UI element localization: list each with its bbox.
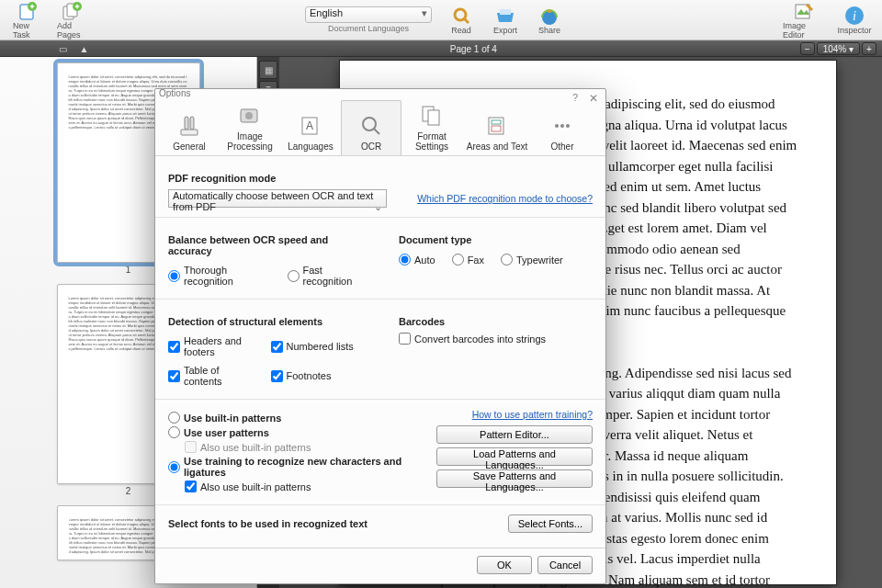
language-sublabel: Document Languages [328, 24, 409, 33]
section-balance: Balance between OCR speed and accuracy [168, 234, 362, 256]
new-task-icon [17, 1, 38, 21]
app-toolbar: New Task Add Pages English▾ Document Lan… [0, 0, 882, 40]
image-editor-button[interactable]: Image Editor [777, 0, 831, 41]
svg-point-15 [245, 112, 253, 119]
detect-numbered-checkbox[interactable]: Numbered lists [271, 335, 363, 357]
dialog-help-icon[interactable]: ? [572, 92, 578, 103]
dialog-close-icon[interactable]: ✕ [589, 92, 598, 105]
options-dialog: Options ? ✕ General Image Processing ALa… [154, 88, 606, 584]
save-patterns-button[interactable]: Save Patterns and Languages... [436, 469, 593, 488]
detect-footnotes-checkbox[interactable]: Footnotes [271, 365, 363, 387]
general-icon [175, 113, 203, 139]
tab-areas-text[interactable]: Areas and Text [462, 100, 532, 155]
pattern-builtin-radio[interactable]: Use built-in patterns [168, 412, 422, 424]
load-patterns-button[interactable]: Load Patterns and Languages... [436, 447, 593, 466]
pattern-editor-button[interactable]: Pattern Editor... [436, 425, 593, 444]
read-button[interactable]: Read [441, 4, 481, 37]
pattern-help-link[interactable]: How to use pattern training? [472, 409, 593, 420]
status-bar: ▭ ▲ Page 1 of 4 − 104% ▾ + [0, 40, 882, 57]
svg-rect-13 [181, 130, 198, 135]
tab-image-processing[interactable]: Image Processing [220, 100, 280, 155]
tab-languages[interactable]: ALanguages [280, 100, 341, 155]
inspector-icon: i [844, 6, 865, 26]
areas-icon [483, 113, 511, 139]
barcodes-checkbox[interactable]: Convert barcodes into strings [399, 333, 593, 345]
new-task-button[interactable]: New Task [7, 0, 48, 41]
svg-point-25 [560, 124, 564, 128]
select-fonts-button[interactable]: Select Fonts... [508, 514, 593, 533]
language-selector-group: English▾ Document Languages [305, 6, 432, 33]
section-barcodes: Barcodes [399, 316, 593, 327]
thumbnails-view-icon[interactable]: ▭ [59, 44, 67, 54]
image-processing-icon [236, 103, 264, 129]
doctype-typewriter-radio[interactable]: Typewriter [501, 254, 563, 266]
pdf-mode-select[interactable]: Automatically choose between OCR and tex… [168, 189, 387, 208]
tab-format-settings[interactable]: Format Settings [401, 100, 462, 155]
pattern-user-radio[interactable]: Use user patterns [168, 426, 422, 438]
dialog-footer: OK Cancel [155, 548, 605, 583]
tab-ocr[interactable]: OCR [341, 100, 401, 155]
dialog-title: Options [155, 88, 194, 98]
inspector-button[interactable]: i Inspector [834, 4, 875, 37]
export-icon [495, 6, 515, 26]
also-builtin-1-checkbox: Also use built-in patterns [185, 441, 422, 453]
section-pdf-mode: PDF recognition mode [168, 173, 593, 184]
add-pages-button[interactable]: Add Pages [51, 0, 92, 41]
export-button[interactable]: Export [485, 4, 526, 37]
cancel-button[interactable]: Cancel [537, 556, 593, 574]
format-icon [418, 103, 446, 129]
svg-text:i: i [853, 9, 856, 23]
page-indicator: Page 1 of 4 [147, 44, 800, 54]
share-icon [539, 6, 560, 26]
zoom-value[interactable]: 104% ▾ [817, 42, 860, 55]
section-detect: Detection of structural elements [168, 316, 362, 327]
ok-button[interactable]: OK [477, 556, 532, 574]
section-doctype: Document type [399, 234, 593, 245]
language-select[interactable]: English▾ [305, 6, 432, 23]
detect-toc-checkbox[interactable]: Table of contents [168, 365, 260, 387]
detect-headers-checkbox[interactable]: Headers and footers [168, 335, 260, 357]
languages-icon: A [297, 113, 324, 139]
read-icon [451, 6, 471, 26]
other-icon [548, 113, 576, 139]
share-button[interactable]: Share [529, 4, 570, 37]
svg-point-24 [555, 124, 559, 128]
svg-rect-6 [500, 9, 511, 15]
tab-other[interactable]: Other [532, 100, 593, 155]
doctype-auto-radio[interactable]: Auto [399, 254, 435, 266]
warnings-icon[interactable]: ▲ [80, 44, 89, 54]
ocr-icon [357, 113, 385, 139]
tab-general[interactable]: General [159, 100, 220, 155]
svg-text:A: A [306, 119, 313, 132]
also-builtin-2-checkbox[interactable]: Also use built-in patterns [185, 481, 422, 492]
svg-rect-12 [190, 117, 194, 130]
pdf-mode-help-link[interactable]: Which PDF recognition mode to choose? [417, 193, 593, 204]
section-fonts: Select fonts to be used in recognized te… [168, 518, 368, 529]
zoom-out-button[interactable]: − [800, 42, 815, 55]
svg-rect-20 [428, 110, 439, 125]
svg-point-26 [566, 124, 570, 128]
balance-thorough-radio[interactable]: Thorough recognition [168, 265, 264, 287]
tool-layout-icon[interactable]: ▦ [259, 61, 277, 79]
add-pages-icon [62, 1, 82, 21]
dialog-tabs: General Image Processing ALanguages OCR … [155, 89, 605, 156]
image-editor-icon [794, 1, 814, 21]
zoom-in-button[interactable]: + [862, 42, 876, 55]
svg-point-18 [363, 118, 376, 130]
svg-rect-11 [185, 117, 188, 130]
balance-fast-radio[interactable]: Fast recognition [288, 265, 363, 287]
doctype-fax-radio[interactable]: Fax [452, 254, 484, 266]
pattern-training-radio[interactable]: Use training to recognize new characters… [168, 456, 422, 478]
